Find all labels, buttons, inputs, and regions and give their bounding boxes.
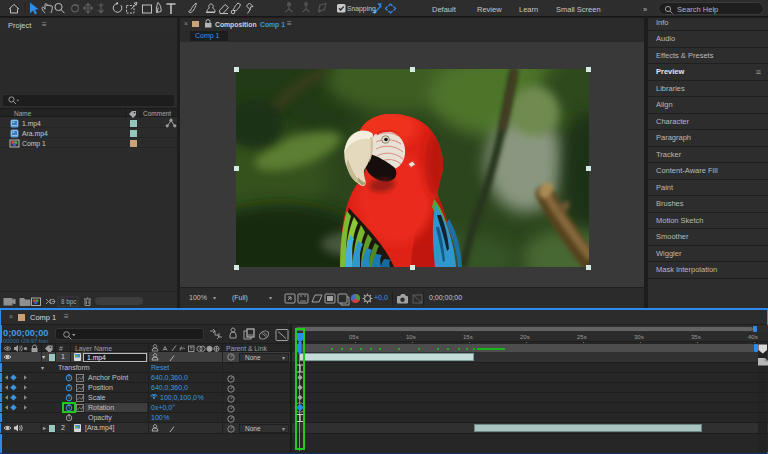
- svg-text:30s: 30s: [634, 334, 644, 340]
- svg-text:35s: 35s: [691, 334, 701, 340]
- svg-text:8 bpc: 8 bpc: [61, 298, 76, 306]
- svg-text:10s: 10s: [406, 334, 416, 340]
- svg-text:40s: 40s: [748, 334, 758, 340]
- svg-text:15s: 15s: [463, 334, 473, 340]
- svg-text:25s: 25s: [577, 334, 587, 340]
- svg-text:05s: 05s: [349, 334, 359, 340]
- svg-text:20s: 20s: [520, 334, 530, 340]
